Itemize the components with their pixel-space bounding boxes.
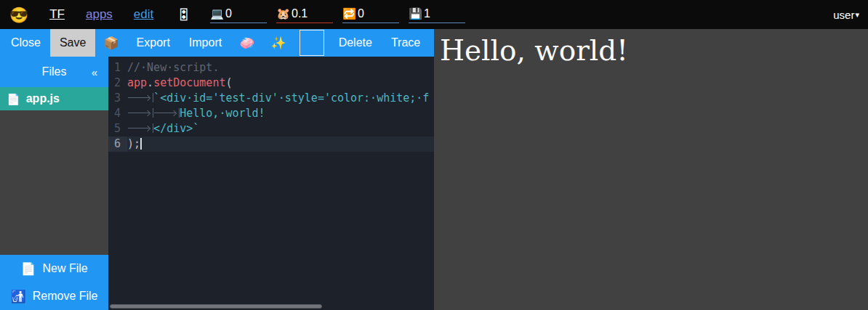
code-token: ); xyxy=(127,137,140,150)
files-sidebar: Files « 📄app.js 📄New File🚮Remove File xyxy=(0,57,108,310)
sidebar-empty-area xyxy=(0,110,108,255)
apps-link[interactable]: apps xyxy=(86,7,113,22)
counter-input[interactable] xyxy=(225,7,265,20)
line-number: 1 xyxy=(108,60,127,76)
code-line[interactable]: 5</div>` xyxy=(108,121,434,136)
remove-file-icon: 🚮 xyxy=(10,290,25,303)
counter-field: 🔁 xyxy=(342,6,399,23)
code-text: </div>` xyxy=(127,121,434,136)
document-icon: 📄 xyxy=(7,94,20,105)
line-number: 2 xyxy=(108,76,127,91)
user-menu-label: user xyxy=(833,9,854,21)
tab-whitespace-marker xyxy=(127,108,153,118)
sparkles-icon-button[interactable]: ✨ xyxy=(262,29,294,57)
file-name: app.js xyxy=(26,92,60,105)
package-icon-button[interactable]: 📦 xyxy=(95,29,126,57)
delete-button[interactable]: Delete xyxy=(329,29,382,57)
sidebar-actions: 📄New File🚮Remove File xyxy=(0,255,108,310)
edit-link[interactable]: edit xyxy=(134,7,153,22)
horizontal-scrollbar-thumb[interactable] xyxy=(110,304,322,309)
user-menu[interactable]: user ▾ xyxy=(833,9,859,21)
counter-input[interactable] xyxy=(424,7,463,20)
counter-input[interactable] xyxy=(292,7,331,20)
topbar: 😎 TFappsedit 🎛 💻🐹🔁💾 user ▾ xyxy=(0,0,868,29)
code-token: setDocument xyxy=(153,76,225,89)
ide-pane: CloseSave📦ExportImport🧼✨DeleteTrace File… xyxy=(0,29,434,310)
files-panel-header: Files « xyxy=(0,57,108,87)
sunglasses-face-icon: 😎 xyxy=(9,7,28,23)
editor-lines: 1//·New·script.2app.setDocument(3`<div·i… xyxy=(108,60,434,152)
code-text: app.setDocument( xyxy=(127,76,434,91)
hamster-icon: 🐹 xyxy=(276,8,290,19)
close-button[interactable]: Close xyxy=(1,29,50,57)
remove-file-button[interactable]: 🚮Remove File xyxy=(0,282,108,310)
line-number: 3 xyxy=(108,91,127,106)
collapse-sidebar-button[interactable]: « xyxy=(92,66,97,78)
code-editor[interactable]: 1//·New·script.2app.setDocument(3`<div·i… xyxy=(108,57,434,310)
import-button[interactable]: Import xyxy=(180,29,231,57)
floppy-disk-icon: 💾 xyxy=(409,8,422,19)
code-token: `<div·id='test-div'·style='color:·white;… xyxy=(153,91,429,105)
code-line[interactable]: 3`<div·id='test-div'·style='color:·white… xyxy=(108,91,434,106)
tab-whitespace-marker xyxy=(127,93,153,102)
file-item[interactable]: 📄app.js xyxy=(0,87,108,110)
preview-heading: Hello, world! xyxy=(434,29,868,67)
control-knobs-icon[interactable]: 🎛 xyxy=(177,8,190,22)
workspace: Files « 📄app.js 📄New File🚮Remove File 1/… xyxy=(0,57,434,310)
new-file-button[interactable]: 📄New File xyxy=(0,255,108,282)
soap-icon-button[interactable]: 🧼 xyxy=(231,29,262,57)
text-cursor xyxy=(140,138,142,150)
empty-button[interactable] xyxy=(300,30,324,56)
caret-down-icon: ▾ xyxy=(855,10,859,20)
code-token: ( xyxy=(225,76,232,89)
topbar-links: TFappsedit xyxy=(49,7,153,22)
code-token: . xyxy=(147,76,153,89)
code-line[interactable]: 2app.setDocument( xyxy=(108,76,434,91)
laptop-icon: 💻 xyxy=(210,8,224,19)
line-number: 6 xyxy=(108,136,127,152)
counter-field: 🐹 xyxy=(276,6,333,23)
topbar-counters: 💻🐹🔁💾 xyxy=(210,6,465,23)
code-text: `<div·id='test-div'·style='color:·white;… xyxy=(127,91,434,106)
action-label: New File xyxy=(42,262,87,275)
code-line[interactable]: 1//·New·script. xyxy=(108,60,434,76)
line-number: 5 xyxy=(108,121,127,136)
file-list: 📄app.js xyxy=(0,87,108,110)
toolbar: CloseSave📦ExportImport🧼✨DeleteTrace xyxy=(0,29,434,57)
main-area: CloseSave📦ExportImport🧼✨DeleteTrace File… xyxy=(0,29,868,310)
counter-field: 💾 xyxy=(409,6,465,23)
code-token: Hello,·world! xyxy=(180,107,265,120)
save-button[interactable]: Save xyxy=(50,29,95,57)
counter-field: 💻 xyxy=(210,6,267,23)
files-panel-title: Files xyxy=(42,65,67,78)
export-button[interactable]: Export xyxy=(127,29,180,57)
code-token: //·New·script. xyxy=(127,61,219,74)
line-number: 4 xyxy=(108,106,127,121)
code-text: Hello,·world! xyxy=(127,106,434,121)
code-text: //·New·script. xyxy=(127,60,434,76)
counter-input[interactable] xyxy=(358,7,397,20)
code-token: app xyxy=(127,76,147,89)
tab-whitespace-marker xyxy=(127,123,153,133)
trace-button[interactable]: Trace xyxy=(382,29,430,57)
code-text: ); xyxy=(127,136,434,152)
tab-whitespace-marker xyxy=(153,108,180,118)
preview-panel: Hello, world! xyxy=(434,29,868,310)
code-token: </div>` xyxy=(153,122,199,135)
new-file-icon: 📄 xyxy=(20,263,36,275)
repeat-icon: 🔁 xyxy=(342,8,356,19)
code-line[interactable]: 4Hello,·world! xyxy=(108,106,434,121)
action-label: Remove File xyxy=(33,290,98,303)
tf-link[interactable]: TF xyxy=(49,7,65,22)
code-line[interactable]: 6); xyxy=(108,136,434,152)
